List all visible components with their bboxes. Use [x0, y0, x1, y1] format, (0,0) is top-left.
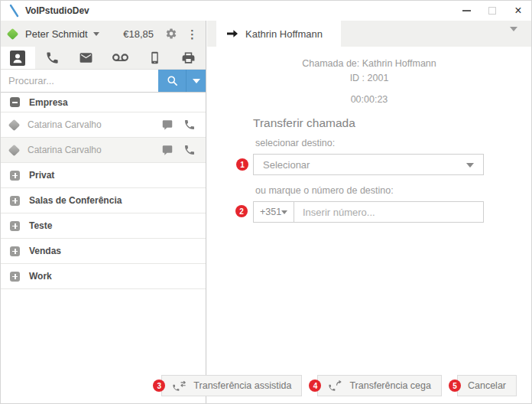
fax-icon [181, 50, 196, 65]
contact-status-icon [8, 119, 21, 131]
collapse-icon [10, 97, 20, 107]
tab-messages[interactable] [69, 47, 103, 69]
chevron-down-icon [510, 27, 517, 44]
tab-voicemail[interactable] [103, 47, 138, 69]
transfer-actions: 3 Transferência assistida 4 [153, 375, 517, 396]
cancel-group: 5 Cancelar [449, 375, 517, 396]
account-balance: €18,85 [123, 28, 154, 40]
minimize-icon [462, 10, 471, 11]
transfer-title: Transferir chamada [253, 116, 484, 130]
blind-transfer-button[interactable]: Transferência cega [317, 375, 442, 396]
group-empresa[interactable]: Empresa [1, 93, 206, 112]
group-label: Empresa [29, 97, 68, 108]
step-badge-1: 1 [236, 158, 248, 171]
cancel-button[interactable]: Cancelar [457, 375, 517, 396]
user-name: Peter Schmidt [25, 28, 88, 40]
step-badge-5: 5 [449, 380, 461, 392]
call-panel: Kathrin Hoffmann Chamada de: Kathrin Hof… [207, 21, 531, 403]
app-logo-icon [8, 4, 19, 18]
search-input[interactable] [1, 70, 158, 92]
minimize-button[interactable] [453, 1, 479, 21]
call-icon[interactable] [183, 119, 196, 131]
tab-active-call[interactable]: Kathrin Hoffmann [216, 21, 341, 47]
contact-actions [161, 144, 196, 156]
user-status-icon [7, 28, 19, 40]
group-label: Salas de Conferência [29, 195, 122, 206]
destination-select-value: Selecionar [263, 159, 310, 171]
transfer-form: Transferir chamada selecionar destino: 1… [253, 116, 484, 223]
tab-fax[interactable] [171, 47, 206, 69]
dial-row: 2 +351 [253, 201, 484, 223]
call-timer: 00:00:23 [207, 93, 531, 107]
tab-contacts[interactable] [1, 47, 35, 69]
maximize-button[interactable] [479, 1, 505, 21]
app-title: VoIPstudioDev [25, 5, 89, 16]
select-destination-label: selecionar destino: [255, 138, 484, 148]
incoming-call-arrow-icon [226, 29, 238, 38]
sidebar: Peter Schmidt €18,85 ⋮ [1, 21, 206, 403]
tab-mobile[interactable] [138, 47, 172, 69]
tab-list-button[interactable] [510, 31, 517, 45]
group-work[interactable]: Work [1, 264, 206, 289]
cancel-label: Cancelar [468, 380, 506, 391]
group-privat[interactable]: Privat [1, 163, 206, 188]
group-label: Work [29, 271, 52, 282]
assisted-transfer-label: Transferência assistida [193, 380, 291, 391]
caller-line: Chamada de: Kathrin Hoffmann [207, 57, 531, 71]
country-code-select[interactable]: +351 [253, 201, 294, 223]
envelope-icon [79, 50, 93, 65]
group-teste[interactable]: Teste [1, 213, 206, 239]
blind-transfer-group: 4 Transferência cega [309, 375, 442, 396]
maximize-icon [488, 7, 496, 15]
mobile-icon [148, 50, 161, 65]
call-id: ID : 2001 [207, 71, 531, 86]
contact-list: Empresa Catarina Carvalho Catarina Carva… [1, 93, 206, 289]
close-button[interactable]: × [505, 1, 531, 21]
group-label: Privat [29, 170, 54, 181]
phone-forward-icon [328, 380, 343, 393]
sidebar-tabs [1, 47, 206, 70]
chat-icon[interactable] [161, 119, 174, 131]
tab-calls[interactable] [35, 47, 70, 69]
contacts-icon [10, 50, 25, 66]
contact-name: Catarina Carvalho [28, 145, 102, 155]
search-options-button[interactable] [186, 70, 206, 92]
group-label: Vendas [29, 246, 61, 256]
expand-icon [10, 272, 20, 282]
chevron-down-icon [193, 79, 200, 83]
assisted-transfer-group: 3 Transferência assistida [153, 375, 302, 396]
contact-row[interactable]: Catarina Carvalho [1, 112, 206, 138]
gear-icon [165, 28, 177, 40]
search-button[interactable] [158, 70, 186, 92]
more-menu-button[interactable]: ⋮ [187, 28, 198, 40]
user-menu-caret-icon[interactable] [93, 32, 99, 36]
phone-exchange-icon [172, 380, 187, 393]
settings-button[interactable] [165, 28, 177, 40]
user-header: Peter Schmidt €18,85 ⋮ [1, 21, 206, 47]
search-bar [1, 70, 206, 93]
expand-icon [10, 221, 20, 231]
titlebar: VoIPstudioDev × [1, 1, 531, 21]
contact-row[interactable]: Catarina Carvalho [1, 138, 206, 163]
dial-destination-label: ou marque o número de destino: [255, 185, 484, 196]
contact-actions [161, 119, 196, 131]
number-input[interactable] [294, 201, 484, 223]
call-tabbar: Kathrin Hoffmann [207, 21, 531, 47]
app-window: VoIPstudioDev × Peter Schmidt €18,85 ⋮ [0, 0, 532, 404]
group-vendas[interactable]: Vendas [1, 239, 206, 264]
destination-select[interactable]: 1 Selecionar [253, 154, 484, 175]
expand-icon [10, 246, 20, 256]
chat-icon[interactable] [161, 145, 174, 156]
chevron-down-icon [281, 210, 287, 214]
phone-icon [45, 50, 60, 65]
call-icon[interactable] [183, 144, 196, 156]
contact-name: Catarina Carvalho [28, 119, 102, 130]
call-info: Chamada de: Kathrin Hoffmann ID : 2001 0… [207, 47, 531, 107]
assisted-transfer-button[interactable]: Transferência assistida [161, 375, 302, 396]
group-salas-de-conferencia[interactable]: Salas de Conferência [1, 188, 206, 213]
blind-transfer-label: Transferência cega [349, 380, 431, 391]
expand-icon [10, 196, 20, 206]
search-icon [167, 75, 178, 86]
contact-status-icon [8, 144, 21, 156]
chevron-down-icon [466, 163, 474, 168]
